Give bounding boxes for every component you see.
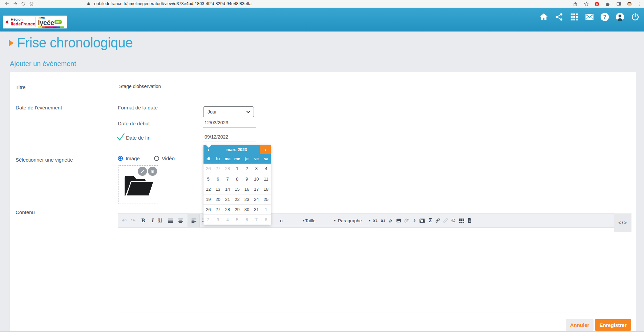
share-icon[interactable]	[554, 12, 564, 22]
back-icon[interactable]	[4, 1, 10, 7]
calendar-day[interactable]: 4	[223, 214, 232, 225]
font-size-select[interactable]: Taille ▾	[304, 216, 336, 225]
paragraph-format-select[interactable]: Paragraphe ▾	[337, 216, 370, 225]
apps-grid-icon[interactable]	[570, 12, 579, 22]
underline-icon[interactable]: U	[156, 214, 164, 227]
redo-icon[interactable]: ↷	[129, 214, 137, 227]
calendar-day[interactable]: 2	[203, 214, 213, 225]
radio-image[interactable]	[118, 156, 123, 161]
calendar-day[interactable]: 17	[252, 184, 261, 194]
insert-video-icon[interactable]	[418, 214, 426, 227]
emoji-icon[interactable]: ☺	[449, 214, 457, 227]
italic-icon[interactable]: I	[149, 214, 157, 227]
calendar-day[interactable]: 26	[203, 204, 213, 214]
reload-icon[interactable]	[20, 1, 26, 7]
calendar-day[interactable]: 15	[232, 184, 242, 194]
date-debut-input[interactable]: 12/03/2023	[203, 120, 256, 128]
sidepanel-icon[interactable]	[616, 1, 622, 7]
calendar-day[interactable]: 25	[261, 194, 271, 204]
calendar-day[interactable]: 5	[203, 174, 213, 184]
calendar-day[interactable]: 6	[242, 214, 252, 225]
insert-audio-icon[interactable]: ♪	[410, 214, 418, 227]
calendar-day[interactable]: 1	[232, 164, 242, 174]
calendar-day[interactable]: 3	[213, 214, 222, 225]
calendar-day[interactable]: 22	[232, 194, 242, 204]
calendar-day[interactable]: 28	[223, 164, 232, 174]
calendar-day[interactable]: 7	[252, 214, 261, 225]
calendar-day[interactable]: 7	[223, 174, 232, 184]
logout-power-icon[interactable]	[630, 12, 640, 22]
calendar-day[interactable]: 8	[261, 214, 271, 225]
calendar-day[interactable]: 13	[213, 184, 222, 194]
calendar-day[interactable]: 26	[203, 164, 213, 174]
bold-icon[interactable]: B	[139, 214, 147, 227]
edit-vignette-button[interactable]	[138, 167, 147, 176]
calendar-day[interactable]: 24	[252, 194, 261, 204]
align-left-icon[interactable]	[188, 214, 200, 227]
calendar-day[interactable]: 8	[232, 174, 242, 184]
calendar-day[interactable]: 9	[242, 174, 252, 184]
calendar-day[interactable]: 4	[261, 164, 271, 174]
calendar-day[interactable]: 6	[213, 174, 222, 184]
calendar-day[interactable]: 30	[242, 204, 252, 214]
calendar-day[interactable]: 29	[232, 204, 242, 214]
calendar-day[interactable]: 12	[203, 184, 213, 194]
title-arrow-icon	[9, 40, 14, 46]
calendar-day[interactable]: 18	[261, 184, 271, 194]
calendar-day[interactable]: 19	[203, 194, 213, 204]
calendar-day[interactable]: 1	[261, 204, 271, 214]
clear-format-icon[interactable]: Ix	[387, 214, 395, 227]
calendar-day[interactable]: 14	[223, 184, 232, 194]
calendar-next-button[interactable]: ›	[260, 145, 271, 154]
calendar-day[interactable]: 21	[223, 194, 232, 204]
date-format-select[interactable]: Jour	[203, 106, 254, 117]
cancel-button[interactable]: Annuler	[566, 319, 594, 331]
extension-puzzle-icon[interactable]	[605, 1, 611, 7]
account-icon[interactable]	[615, 12, 625, 22]
help-icon[interactable]: ?	[600, 12, 609, 22]
home-browser-icon[interactable]	[28, 1, 35, 7]
delete-vignette-button[interactable]	[148, 167, 157, 176]
date-fin-input[interactable]: 09/12/2022	[203, 134, 256, 142]
calendar-day[interactable]: 16	[242, 184, 252, 194]
calendar-day[interactable]: 10	[252, 174, 261, 184]
radio-video[interactable]	[154, 156, 159, 161]
titre-input[interactable]	[118, 83, 626, 92]
calendar-day[interactable]: 11	[261, 174, 271, 184]
align-center-icon[interactable]	[176, 214, 185, 227]
browser-menu-icon[interactable]: ⋮	[637, 2, 641, 6]
mail-icon[interactable]	[585, 12, 594, 22]
forward-icon[interactable]	[12, 1, 18, 7]
calendar-day[interactable]: 3	[252, 164, 261, 174]
logo-box[interactable]: Région îledeFrance mon lycée.net	[3, 16, 67, 28]
subscript-icon[interactable]: x2	[371, 214, 379, 227]
unlink-icon[interactable]	[442, 214, 450, 227]
calendar-day[interactable]: 28	[223, 204, 232, 214]
insert-table-icon[interactable]	[457, 214, 466, 227]
superscript-icon[interactable]: x2	[379, 214, 387, 227]
insert-template-icon[interactable]	[466, 214, 474, 227]
adblock-extension-icon[interactable]	[594, 1, 600, 7]
source-code-icon[interactable]: </>	[614, 213, 631, 232]
align-justify-icon[interactable]	[166, 214, 174, 227]
browser-avatar[interactable]	[626, 1, 632, 7]
undo-icon[interactable]: ↶	[120, 214, 128, 227]
attachment-icon[interactable]	[403, 214, 411, 227]
share-page-icon[interactable]	[572, 1, 578, 7]
insert-image-icon[interactable]	[394, 214, 403, 227]
address-bar[interactable]: ent.iledefrance.fr/timelinegenerator#/vi…	[85, 1, 252, 7]
calendar-day[interactable]: 5	[232, 214, 242, 225]
bookmark-star-icon[interactable]	[583, 1, 589, 7]
save-button[interactable]: Enregistrer	[595, 319, 631, 331]
formula-icon[interactable]: Σ	[426, 214, 434, 227]
font-family-select[interactable]: o ▾	[268, 216, 304, 225]
calendar-day[interactable]: 31	[252, 204, 261, 214]
calendar-day[interactable]: 27	[213, 164, 222, 174]
link-icon[interactable]	[434, 214, 442, 227]
home-icon[interactable]	[539, 12, 549, 22]
calendar-day[interactable]: 27	[213, 204, 222, 214]
calendar-day[interactable]: 23	[242, 194, 252, 204]
calendar-day[interactable]: 2	[242, 164, 252, 174]
calendar-day[interactable]: 20	[213, 194, 222, 204]
content-editor[interactable]	[118, 228, 628, 312]
